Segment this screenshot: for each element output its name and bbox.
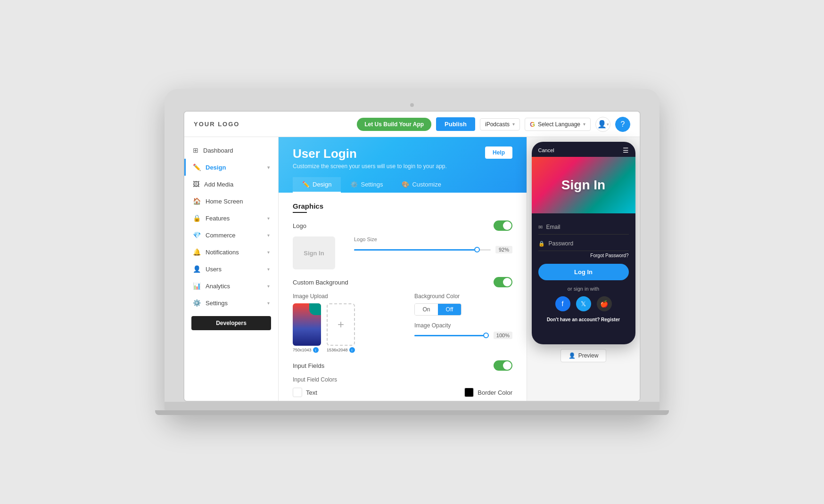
help-icon-button[interactable]: ?	[615, 117, 630, 132]
text-color-swatch[interactable]	[293, 388, 302, 397]
logo-size-value: 92%	[495, 246, 512, 253]
question-icon: ?	[621, 120, 625, 129]
publish-button[interactable]: Publish	[436, 117, 475, 131]
phone-register-text: Don't have an account? Register	[538, 317, 629, 322]
phone-email-row: ✉ Email	[538, 220, 629, 235]
input-fields-label: Input Fields	[293, 362, 324, 369]
off-button[interactable]: Off	[438, 304, 461, 315]
chevron-down-icon: ▾	[267, 267, 270, 272]
preview-button[interactable]: 👤 Preview	[560, 349, 607, 362]
input-fields-toggle[interactable]	[494, 360, 512, 371]
phone-cancel-label: Cancel	[538, 147, 554, 153]
phone-forgot-label[interactable]: Forgot Password?	[538, 253, 629, 258]
border-color-swatch[interactable]	[464, 388, 474, 397]
user-account-button[interactable]: 👤 ▾	[595, 117, 610, 132]
build-button[interactable]: Let Us Build Your App	[357, 118, 431, 131]
phone-register-link[interactable]: Register	[601, 317, 620, 322]
logo-preview-text: Sign In	[304, 250, 324, 257]
bg-color-label: Background Color	[414, 293, 512, 300]
sidebar-item-features[interactable]: 🔒 Features ▾	[184, 210, 278, 227]
phone-sign-in-title: Sign In	[561, 178, 605, 193]
sidebar-item-dashboard[interactable]: ⊞ Dashboard	[184, 142, 278, 159]
sidebar: ⊞ Dashboard ✏️ Design ▾ 🖼 Add Media 🏠 Ho…	[184, 137, 279, 401]
sidebar-item-settings[interactable]: ⚙️ Settings ▾	[184, 294, 278, 311]
on-button[interactable]: On	[415, 304, 438, 315]
add-image-box[interactable]: +	[327, 303, 355, 346]
page-tabs: ✏️ Design ⚙️ Settings 🎨 Customize	[293, 177, 512, 193]
tab-label: Design	[313, 181, 331, 188]
sidebar-item-home-screen[interactable]: 🏠 Home Screen	[184, 193, 278, 210]
google-icon: G	[530, 121, 535, 128]
page-subtitle: Customize the screen your users will use…	[293, 163, 447, 170]
design-content: Graphics Logo Sign In Logo Size	[279, 193, 527, 401]
content-area: User Login Customize the screen your use…	[279, 137, 527, 401]
logo-preview-area: Sign In Logo Size 92%	[293, 236, 512, 269]
facebook-button[interactable]: f	[555, 296, 570, 311]
laptop-foot	[155, 410, 669, 415]
tab-customize[interactable]: 🎨 Customize	[392, 177, 450, 193]
sidebar-item-commerce[interactable]: 💎 Commerce ▾	[184, 227, 278, 244]
phone-mockup: Cancel ☰ Sign In ✉ Email 🔒	[532, 142, 635, 344]
features-icon: 🔒	[193, 214, 201, 222]
opacity-slider[interactable]	[414, 335, 489, 336]
tab-design[interactable]: ✏️ Design	[293, 177, 341, 193]
sidebar-item-label: Commerce	[206, 232, 236, 239]
opacity-slider-row: 100%	[414, 332, 512, 339]
developers-button[interactable]: Developers	[191, 316, 271, 330]
image-box-2[interactable]: + 1536x2048 i	[327, 303, 355, 353]
image-size-1: 750x1043 i	[293, 347, 321, 353]
chevron-down-icon: ▾	[267, 250, 270, 255]
help-button[interactable]: Help	[485, 146, 512, 159]
user-icon: 👤	[597, 120, 607, 129]
sidebar-item-analytics[interactable]: 📊 Analytics ▾	[184, 277, 278, 294]
page-header: User Login Customize the screen your use…	[279, 137, 527, 193]
sidebar-item-label: Features	[206, 215, 230, 222]
sidebar-item-add-media[interactable]: 🖼 Add Media	[184, 176, 278, 193]
sidebar-item-label: Dashboard	[203, 147, 233, 154]
image-preview-1	[293, 303, 321, 346]
language-label: Select Language	[538, 121, 580, 128]
sidebar-item-notifications[interactable]: 🔔 Notifications ▾	[184, 244, 278, 260]
apple-button[interactable]: 🍎	[597, 296, 612, 311]
settings-icon: ⚙️	[193, 299, 201, 307]
main-layout: ⊞ Dashboard ✏️ Design ▾ 🖼 Add Media 🏠 Ho…	[184, 137, 640, 401]
tab-settings[interactable]: ⚙️ Settings	[341, 177, 392, 193]
phone-or-text: or sign in with	[538, 286, 629, 292]
image-size-2: 1536x2048 i	[327, 347, 355, 353]
logo-text: YOUR LOGO	[194, 121, 357, 128]
dashboard-icon: ⊞	[193, 146, 198, 154]
bg-color-col: Background Color On Off Image Opacity	[414, 293, 512, 353]
image-box-1: 750x1043 i	[293, 303, 321, 353]
design-icon: ✏️	[193, 163, 201, 171]
opacity-label: Image Opacity	[414, 322, 512, 329]
email-icon: ✉	[538, 224, 543, 230]
info-icon: i	[349, 347, 355, 353]
phone-login-button[interactable]: Log In	[538, 264, 629, 280]
top-bar: YOUR LOGO Let Us Build Your App Publish …	[184, 112, 640, 137]
chevron-down-icon: ▾	[267, 301, 270, 306]
image-upload-col: Image Upload 750x1043 i	[293, 293, 391, 353]
preview-panel: Cancel ☰ Sign In ✉ Email 🔒	[527, 137, 640, 401]
phone-body: ✉ Email 🔒 Password Forgot Password? Log …	[532, 213, 635, 329]
custom-bg-toggle[interactable]	[494, 277, 512, 287]
logo-size-slider[interactable]	[354, 249, 491, 251]
notifications-icon: 🔔	[193, 248, 201, 256]
preview-label: Preview	[578, 352, 599, 359]
border-color-label: Border Color	[478, 389, 512, 396]
chevron-down-icon: ▾	[267, 216, 270, 221]
phone-hero: Sign In	[532, 157, 635, 213]
tab-label: Customize	[412, 181, 441, 188]
chevron-down-icon: ▾	[607, 122, 609, 127]
chevron-down-icon: ▾	[583, 122, 585, 127]
podcasts-dropdown[interactable]: iPodcasts ▾	[480, 118, 520, 130]
sidebar-item-design[interactable]: ✏️ Design ▾	[184, 159, 278, 176]
language-dropdown[interactable]: G Select Language ▾	[525, 118, 591, 131]
chevron-down-icon: ▾	[512, 122, 515, 127]
commerce-icon: 💎	[193, 231, 201, 239]
analytics-icon: 📊	[193, 282, 201, 290]
slider-fill	[414, 335, 489, 336]
logo-size-control: Logo Size 92%	[354, 236, 512, 253]
sidebar-item-users[interactable]: 👤 Users ▾	[184, 260, 278, 277]
twitter-button[interactable]: 𝕏	[576, 296, 591, 311]
logo-toggle[interactable]	[494, 220, 512, 231]
